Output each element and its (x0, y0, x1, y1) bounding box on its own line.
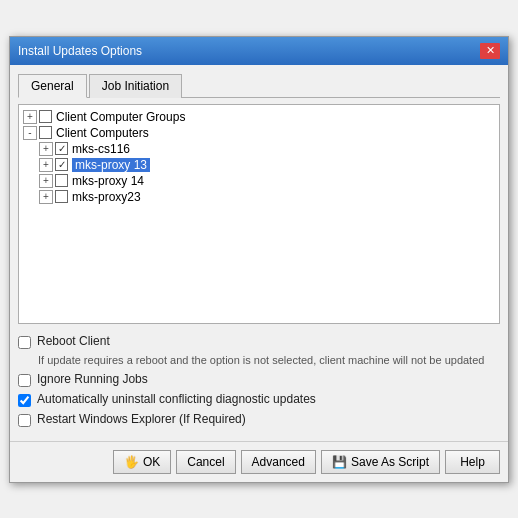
label-auto-uninstall: Automatically uninstall conflicting diag… (37, 392, 316, 406)
close-button[interactable]: ✕ (480, 43, 500, 59)
dialog-title: Install Updates Options (18, 44, 142, 58)
tab-bar: General Job Initiation (18, 73, 500, 98)
label-reboot-client: Reboot Client (37, 334, 110, 348)
cancel-label: Cancel (187, 455, 224, 469)
expander-client-computers-icon[interactable]: - (23, 126, 37, 140)
ok-button[interactable]: 🖐 OK (113, 450, 171, 474)
tab-general[interactable]: General (18, 74, 87, 98)
tree-item-client-computers[interactable]: - Client Computers (23, 125, 495, 141)
tab-job-initiation[interactable]: Job Initiation (89, 74, 182, 98)
ok-label: OK (143, 455, 160, 469)
checkbox-mks-proxy23[interactable] (55, 190, 68, 203)
option-reboot-client: Reboot Client (18, 334, 500, 349)
tree-label-mks-cs116: mks-cs116 (72, 142, 130, 156)
tree-item-client-computer-groups[interactable]: + Client Computer Groups (23, 109, 495, 125)
checkbox-client-computers[interactable] (39, 126, 52, 139)
cancel-button[interactable]: Cancel (176, 450, 235, 474)
checkbox-reboot-client[interactable] (18, 336, 31, 349)
install-updates-dialog: Install Updates Options ✕ General Job In… (9, 36, 509, 483)
tree-label-mks-proxy13: mks-proxy 13 (72, 158, 150, 172)
options-section: Reboot Client If update requires a reboo… (18, 334, 500, 427)
expander-mks-cs116-icon[interactable]: + (39, 142, 53, 156)
expander-icon[interactable]: + (23, 110, 37, 124)
tree-item-mks-proxy14[interactable]: + mks-proxy 14 (39, 173, 495, 189)
advanced-button[interactable]: Advanced (241, 450, 316, 474)
help-label: Help (460, 455, 485, 469)
tree-label-mks-proxy23: mks-proxy23 (72, 190, 141, 204)
label-restart-explorer: Restart Windows Explorer (If Required) (37, 412, 246, 426)
tree-label-client-computer-groups: Client Computer Groups (56, 110, 185, 124)
tree-box: + Client Computer Groups - Client Comput… (18, 104, 500, 324)
option-auto-uninstall: Automatically uninstall conflicting diag… (18, 392, 500, 407)
checkbox-restart-explorer[interactable] (18, 414, 31, 427)
checkbox-auto-uninstall[interactable] (18, 394, 31, 407)
button-bar: 🖐 OK Cancel Advanced 💾 Save As Script He… (10, 441, 508, 482)
dialog-body: General Job Initiation + Client Computer… (10, 65, 508, 441)
expander-mks-proxy13-icon[interactable]: + (39, 158, 53, 172)
checkbox-mks-proxy14[interactable] (55, 174, 68, 187)
tree-label-client-computers: Client Computers (56, 126, 149, 140)
expander-mks-proxy14-icon[interactable]: + (39, 174, 53, 188)
tree-label-mks-proxy14: mks-proxy 14 (72, 174, 144, 188)
save-script-label: Save As Script (351, 455, 429, 469)
checkbox-mks-proxy13[interactable]: ✓ (55, 158, 68, 171)
tree-item-mks-proxy13[interactable]: + ✓ mks-proxy 13 (39, 157, 495, 173)
checkbox-client-computer-groups[interactable] (39, 110, 52, 123)
help-button[interactable]: Help (445, 450, 500, 474)
title-bar: Install Updates Options ✕ (10, 37, 508, 65)
label-ignore-running-jobs: Ignore Running Jobs (37, 372, 148, 386)
expander-mks-proxy23-icon[interactable]: + (39, 190, 53, 204)
checkbox-ignore-running-jobs[interactable] (18, 374, 31, 387)
save-script-icon: 💾 (332, 455, 347, 469)
hint-reboot-client: If update requires a reboot and the opti… (38, 354, 500, 366)
checkbox-mks-cs116[interactable]: ✓ (55, 142, 68, 155)
option-restart-explorer: Restart Windows Explorer (If Required) (18, 412, 500, 427)
save-script-button[interactable]: 💾 Save As Script (321, 450, 440, 474)
tree-item-mks-proxy23[interactable]: + mks-proxy23 (39, 189, 495, 205)
advanced-label: Advanced (252, 455, 305, 469)
tree-item-mks-cs116[interactable]: + ✓ mks-cs116 (39, 141, 495, 157)
ok-icon: 🖐 (124, 455, 139, 469)
option-ignore-running-jobs: Ignore Running Jobs (18, 372, 500, 387)
tree-children: + ✓ mks-cs116 + ✓ mks-proxy 13 + mks-pro… (23, 141, 495, 205)
